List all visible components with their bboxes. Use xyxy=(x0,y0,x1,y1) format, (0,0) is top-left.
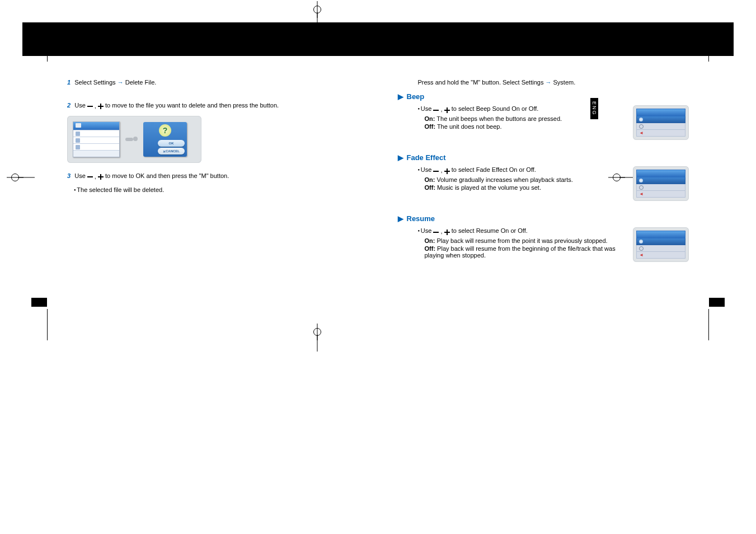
page-number-left xyxy=(31,298,47,307)
step-1-text-b: Delete File. xyxy=(125,79,157,86)
section-beep: ▶Beep Use , to select Beep Sound On or O… xyxy=(398,92,689,140)
left-page: 1 Select Settings → Delete File. 2 Use ,… xyxy=(67,78,359,275)
arrow-icon: → xyxy=(545,79,553,86)
option-on: On: Play back will resume from the point… xyxy=(425,237,623,244)
step-number: 3 xyxy=(67,172,71,179)
delete-file-screenshot: ? OK ✕ CANCEL xyxy=(67,116,201,163)
title-bar xyxy=(22,22,734,56)
page-number-right xyxy=(709,298,725,307)
section-line: Use , to select Beep Sound On or Off. xyxy=(418,105,623,113)
music-note-icon xyxy=(76,145,80,149)
question-icon: ? xyxy=(159,124,171,137)
minus-plus-icon: , xyxy=(87,102,104,110)
step-2-text-a: Use xyxy=(74,102,87,109)
step-number: 2 xyxy=(67,102,71,109)
triangle-icon: ▶ xyxy=(398,153,403,162)
dialog-cancel-button: ✕ CANCEL xyxy=(158,148,185,154)
section-resume: ▶Resume Use , to select Resume On or Off… xyxy=(398,214,689,262)
arrow-icon: → xyxy=(118,79,125,86)
option-off: Off: Music is played at the volume you s… xyxy=(425,184,623,191)
triangle-icon: ▶ xyxy=(398,214,403,223)
music-note-icon xyxy=(76,138,80,143)
minus-plus-icon: , xyxy=(433,167,449,174)
page-spread: 1 Select Settings → Delete File. 2 Use ,… xyxy=(67,78,689,275)
file-list-screen xyxy=(73,121,120,157)
option-off: Off: The unit does not beep. xyxy=(425,123,623,130)
system-screenshot xyxy=(633,105,689,140)
section-fade-effect: ▶Fade Effect Use , to select Fade Effect… xyxy=(398,153,689,201)
option-on: On: The unit beeps when the buttons are … xyxy=(425,115,623,122)
system-screenshot xyxy=(633,166,689,201)
triangle-icon: ▶ xyxy=(398,92,403,101)
confirm-dialog: ? OK ✕ CANCEL xyxy=(143,122,187,157)
step-3-text-b: to move to OK and then press the "M" but… xyxy=(105,172,229,179)
minus-plus-icon: , xyxy=(433,106,449,113)
step-3-text-a: Use xyxy=(74,172,87,179)
step-number: 1 xyxy=(67,79,71,86)
intro-text-b: System. xyxy=(553,79,576,86)
dialog-ok-button: OK xyxy=(158,140,185,147)
step-1: 1 Select Settings → Delete File. xyxy=(67,78,359,87)
crop-rule xyxy=(47,309,48,340)
step-3-note: The selected file will be deleted. xyxy=(74,186,359,193)
intro-line: Press and hold the "M" button. Select Se… xyxy=(418,78,689,87)
crop-rule xyxy=(708,309,709,340)
pointer-hand-icon xyxy=(125,135,138,144)
section-heading: ▶Resume xyxy=(398,214,689,223)
option-off: Off: Play back will resume from the begi… xyxy=(425,245,623,259)
option-on: On: Volume gradually increases when play… xyxy=(425,176,623,183)
minus-plus-icon: , xyxy=(433,228,449,235)
folder-icon xyxy=(76,123,81,128)
minus-plus-icon: , xyxy=(87,172,104,181)
section-heading: ▶Fade Effect xyxy=(398,153,689,162)
system-screenshot xyxy=(633,227,689,262)
step-3: 3 Use , to move to OK and then press the… xyxy=(67,172,359,181)
step-1-text-a: Select Settings xyxy=(74,79,115,86)
music-note-icon xyxy=(76,132,80,136)
section-line: Use , to select Resume On or Off. xyxy=(418,227,623,235)
right-page: Press and hold the "M" button. Select Se… xyxy=(398,78,689,275)
step-2-text-c: button. xyxy=(260,102,279,109)
step-2: 2 Use , to move to the file you want to … xyxy=(67,101,359,110)
step-2-text-b: to move to the file you want to delete a… xyxy=(105,102,260,109)
section-line: Use , to select Fade Effect On or Off. xyxy=(418,166,623,174)
section-heading: ▶Beep xyxy=(398,92,689,101)
intro-text-a: Press and hold the "M" button. Select Se… xyxy=(418,79,544,86)
